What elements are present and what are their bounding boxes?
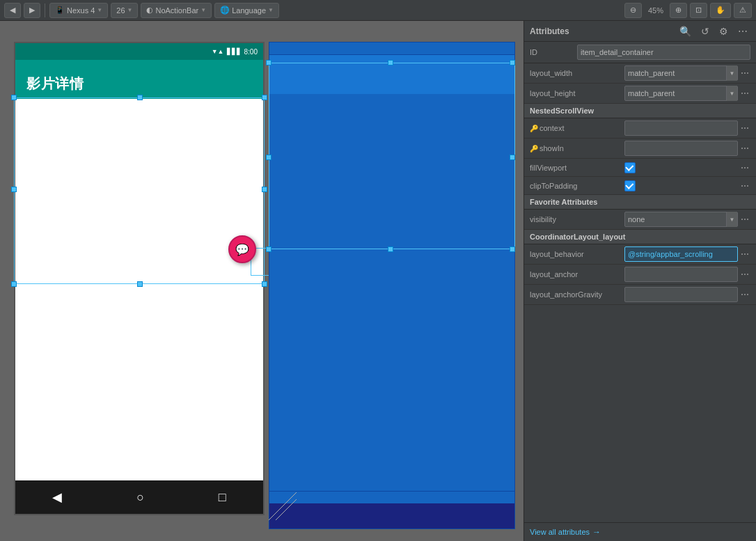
warning-button[interactable]: ⚠ bbox=[734, 3, 752, 18]
layout-anchor-row: layout_anchor ⋯ bbox=[524, 265, 756, 285]
scroll-handle-br[interactable] bbox=[510, 246, 515, 252]
cliptopadding-label: clipToPadding bbox=[530, 182, 620, 190]
language-selector[interactable]: 🌐 Language ▼ bbox=[214, 3, 279, 18]
layout-anchor-input[interactable] bbox=[624, 267, 738, 282]
chevron-down-icon: ▼ bbox=[97, 7, 102, 13]
context-value: ⋯ bbox=[624, 120, 750, 136]
view-all-attributes-link[interactable]: View all attributes bbox=[530, 528, 590, 536]
nav-home-button[interactable]: ○ bbox=[125, 485, 155, 510]
pan-button[interactable]: ✋ bbox=[710, 3, 731, 18]
scroll-top-bar bbox=[269, 42, 514, 55]
layout-anchorgravity-more[interactable]: ⋯ bbox=[739, 290, 750, 299]
handle-mr[interactable] bbox=[262, 187, 267, 192]
scroll-handle-tm[interactable] bbox=[388, 60, 393, 65]
showin-input[interactable] bbox=[624, 141, 738, 156]
id-input[interactable] bbox=[577, 45, 750, 60]
fab-button[interactable]: 💬 bbox=[228, 235, 256, 263]
showin-more[interactable]: ⋯ bbox=[739, 143, 750, 153]
handle-tr[interactable] bbox=[262, 95, 267, 100]
signal-icon: ▋▋▋ bbox=[227, 48, 242, 55]
id-row: ID bbox=[524, 42, 756, 63]
theme-selector[interactable]: ◐ NoActionBar ▼ bbox=[141, 3, 212, 18]
showin-row: 🔑showIn ⋯ bbox=[524, 139, 756, 159]
layout-height-more[interactable]: ⋯ bbox=[739, 88, 750, 98]
context-more[interactable]: ⋯ bbox=[739, 123, 750, 133]
handle-bl[interactable] bbox=[11, 281, 17, 287]
showin-value: ⋯ bbox=[624, 141, 750, 156]
coordinator-section: CoordinatorLayout_layout bbox=[524, 230, 756, 244]
layout-anchorgravity-input[interactable] bbox=[624, 287, 738, 302]
cliptopadding-checkbox[interactable] bbox=[624, 180, 636, 191]
layout-width-value: match_parent ▼ ⋯ bbox=[624, 65, 750, 81]
zoom-out-icon: ⊖ bbox=[630, 6, 636, 15]
zoom-out-button[interactable]: ⊖ bbox=[624, 3, 642, 18]
context-label: 🔑context bbox=[530, 124, 620, 132]
scroll-handle-tl[interactable] bbox=[266, 60, 271, 65]
chevron-down-icon[interactable]: ▼ bbox=[726, 65, 737, 81]
visibility-more[interactable]: ⋯ bbox=[739, 214, 750, 224]
fillviewport-checkbox[interactable] bbox=[624, 162, 636, 173]
wifi-icon: ▼▲ bbox=[212, 48, 224, 55]
handle-bm[interactable] bbox=[137, 281, 143, 287]
layout-behavior-more[interactable]: ⋯ bbox=[739, 249, 750, 259]
layout-width-dropdown[interactable]: match_parent ▼ bbox=[624, 65, 738, 81]
scroll-handle-bl[interactable] bbox=[266, 246, 271, 252]
showin-label: 🔑showIn bbox=[530, 144, 620, 152]
svg-line-0 bbox=[269, 492, 297, 520]
api-selector[interactable]: 26 ▼ bbox=[111, 3, 138, 18]
handle-tl[interactable] bbox=[11, 95, 17, 100]
more-icon: ⋯ bbox=[738, 26, 748, 37]
layout-height-dropdown[interactable]: match_parent ▼ bbox=[624, 86, 738, 101]
layout-height-value: match_parent ▼ ⋯ bbox=[624, 86, 750, 101]
chevron-down-icon: ▼ bbox=[268, 7, 274, 13]
favorite-label: Favorite Attributes bbox=[530, 198, 597, 206]
time-display: 8:00 bbox=[244, 48, 258, 56]
more-button[interactable]: ⋯ bbox=[735, 24, 750, 38]
scroll-handle-bm[interactable] bbox=[388, 246, 393, 252]
handle-tm[interactable] bbox=[137, 95, 143, 100]
zoom-in-icon: ⊕ bbox=[675, 6, 682, 15]
scroll-handle-tr[interactable] bbox=[510, 60, 515, 65]
handle-br[interactable] bbox=[262, 281, 267, 287]
nested-scroll-section: NestedScrollView bbox=[524, 104, 756, 118]
cliptopadding-more[interactable]: ⋯ bbox=[739, 181, 750, 191]
fillviewport-value: ⋯ bbox=[624, 162, 750, 173]
nav-recent-button[interactable]: □ bbox=[207, 485, 237, 510]
layout-width-more[interactable]: ⋯ bbox=[739, 68, 750, 78]
scroll-handle-mr[interactable] bbox=[510, 155, 515, 160]
fillviewport-more[interactable]: ⋯ bbox=[739, 163, 750, 173]
settings-button[interactable]: ⚙ bbox=[716, 24, 731, 38]
layout-height-val: match_parent bbox=[625, 88, 726, 99]
context-input[interactable] bbox=[624, 120, 738, 136]
chevron-down-icon[interactable]: ▼ bbox=[726, 212, 737, 227]
fillviewport-row: fillViewport ⋯ bbox=[524, 159, 756, 177]
zoom-in-button[interactable]: ⊕ bbox=[670, 3, 687, 18]
handle-ml[interactable] bbox=[11, 187, 17, 192]
phone-frame: ▼▲ ▋▋▋ 8:00 影片详情 ◀ ○ bbox=[14, 42, 265, 515]
visibility-label: visibility bbox=[530, 215, 620, 224]
refresh-button[interactable]: ↺ bbox=[698, 24, 712, 38]
separator bbox=[45, 3, 45, 17]
layout-behavior-value: @string/appbar_scrolling ⋯ bbox=[624, 246, 750, 262]
visibility-value: none ▼ ⋯ bbox=[624, 212, 750, 227]
nested-scroll-label: NestedScrollView bbox=[530, 107, 594, 115]
layout-anchor-more[interactable]: ⋯ bbox=[739, 269, 750, 279]
theme-label: NoActionBar bbox=[155, 6, 198, 15]
cliptopadding-value: ⋯ bbox=[624, 180, 750, 191]
layout-behavior-label: layout_behavior bbox=[530, 250, 620, 258]
visibility-dropdown[interactable]: none ▼ bbox=[624, 212, 738, 227]
layout-behavior-input[interactable]: @string/appbar_scrolling bbox=[624, 246, 738, 262]
fit-icon: ⊡ bbox=[695, 6, 702, 15]
device-selector[interactable]: 📱 Nexus 4 ▼ bbox=[49, 3, 108, 18]
chevron-down-icon[interactable]: ▼ bbox=[726, 86, 737, 101]
scroll-handle-ml[interactable] bbox=[266, 155, 271, 160]
favorite-section: Favorite Attributes bbox=[524, 195, 756, 210]
nav-back-button[interactable]: ◀ bbox=[41, 484, 73, 510]
forward-button[interactable]: ▶ bbox=[24, 3, 40, 18]
globe-icon: 🌐 bbox=[220, 6, 230, 15]
search-button[interactable]: 🔍 bbox=[677, 24, 694, 38]
fit-screen-button[interactable]: ⊡ bbox=[690, 3, 707, 18]
panel-icons: 🔍 ↺ ⚙ ⋯ bbox=[677, 24, 750, 38]
back-button[interactable]: ◀ bbox=[4, 3, 21, 18]
fab-icon: 💬 bbox=[235, 243, 249, 256]
